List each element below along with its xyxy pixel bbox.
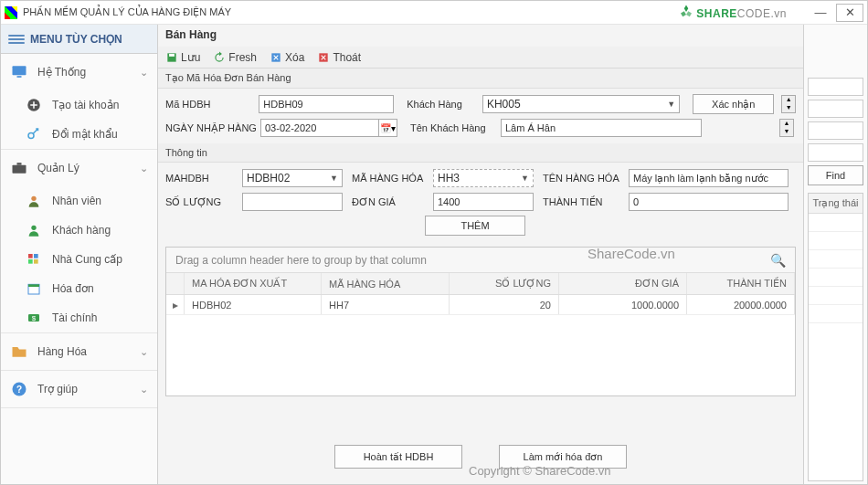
monitor-icon: [10, 63, 28, 81]
svg-rect-1: [17, 76, 22, 78]
section-info-label: Thông tin: [158, 143, 803, 163]
fresh-button[interactable]: Fresh: [213, 51, 257, 64]
select-khachhang[interactable]: KH005▼: [482, 95, 680, 113]
sidebar: MENU TÙY CHỌN Hệ Thống ⌄ Tạo tài khoản Đ…: [1, 25, 158, 485]
svg-point-7: [31, 226, 36, 230]
calendar-icon: [25, 279, 43, 298]
nav-group-goods[interactable]: Hàng Hóa ⌄: [1, 333, 157, 370]
save-icon: [165, 51, 178, 64]
table-row[interactable]: [809, 232, 863, 250]
svg-rect-13: [28, 284, 39, 287]
sidebar-item-create-account[interactable]: Tạo tài khoản: [1, 90, 157, 120]
sidebar-item-supplier[interactable]: Nhà Cung cấp: [1, 245, 157, 274]
footer-buttons: Hoàn tất HDBH Làm mới hóa đơn: [158, 445, 803, 469]
refresh-invoice-button[interactable]: Làm mới hóa đơn: [499, 445, 627, 469]
delete-button[interactable]: Xóa: [270, 51, 304, 64]
slot[interactable]: [808, 100, 863, 118]
status-table: Trạng thái: [808, 193, 863, 481]
content-area: Bán Hàng Lưu Fresh Xóa Thoát Tạo Mã Hóa …: [158, 25, 803, 485]
input-date[interactable]: [260, 119, 379, 137]
plus-circle-icon: [25, 96, 43, 114]
sidebar-item-invoice[interactable]: Hóa đơn: [1, 274, 157, 303]
spinner[interactable]: ▲▼: [779, 119, 794, 137]
svg-rect-9: [34, 254, 38, 258]
complete-button[interactable]: Hoàn tất HDBH: [334, 445, 462, 469]
input-soluong[interactable]: [242, 193, 343, 211]
grid-header: MA HÓA ĐƠN XUẤT MÃ HÀNG HÓA SỐ LƯỢNG ĐƠN…: [166, 273, 795, 295]
nav-group-system[interactable]: Hệ Thống ⌄: [1, 54, 157, 90]
grid-group-panel[interactable]: Drag a column header here to group by th…: [166, 248, 795, 273]
titlebar: PHẦN MỀM QUẢN LÝ CỦA HÀNG ĐIỆN MÁY SHARE…: [1, 1, 867, 25]
row-indicator-icon: ▸: [166, 295, 185, 314]
column-header[interactable]: THÀNH TIỀN: [687, 273, 795, 294]
save-button[interactable]: Lưu: [165, 51, 200, 64]
label-ngaynhap: NGÀY NHẬP HÀNG: [165, 122, 257, 134]
add-button[interactable]: THÊM: [425, 216, 525, 236]
svg-rect-5: [17, 163, 22, 165]
input-tenhang[interactable]: [629, 169, 789, 187]
search-icon[interactable]: 🔍: [770, 253, 786, 268]
column-header[interactable]: ĐƠN GIÁ: [559, 273, 687, 294]
grid-icon: [25, 250, 43, 269]
svg-rect-8: [28, 254, 33, 258]
table-row[interactable]: [809, 250, 863, 269]
brand-logo: SHARECODE.vn: [678, 4, 787, 21]
data-grid: Drag a column header here to group by th…: [165, 247, 796, 396]
status-header[interactable]: Trạng thái: [809, 194, 863, 214]
svg-rect-4: [13, 165, 26, 174]
label-tenkh: Tên Khách Hàng: [410, 122, 497, 133]
confirm-button[interactable]: Xác nhận: [693, 94, 774, 114]
svg-point-3: [28, 133, 34, 139]
chevron-down-icon: ▼: [326, 174, 338, 183]
minimize-button[interactable]: —: [807, 4, 834, 22]
svg-rect-19: [169, 53, 175, 56]
table-row[interactable]: [809, 305, 863, 323]
table-row[interactable]: [809, 269, 863, 287]
input-mahdbh[interactable]: [259, 95, 394, 113]
sidebar-header: MENU TÙY CHỌN: [1, 25, 157, 54]
input-dongia[interactable]: [433, 193, 534, 211]
input-tenkh[interactable]: [501, 119, 702, 137]
slot[interactable]: [808, 143, 863, 162]
label-khachhang: Khách Hàng: [407, 99, 479, 110]
select-mahdbh2[interactable]: HDBH02▼: [242, 169, 343, 187]
label-tenhang: TÊN HÀNG HÓA: [543, 173, 625, 184]
section-create-label: Tạo Mã Hóa Đơn Bán Hàng: [158, 69, 803, 89]
person-icon: [25, 192, 43, 210]
chevron-down-icon: ⌄: [140, 163, 148, 174]
column-header[interactable]: SỐ LƯỢNG: [450, 273, 559, 294]
sidebar-item-customer[interactable]: Khách hàng: [1, 216, 157, 245]
exit-button[interactable]: Thoát: [317, 51, 361, 64]
chevron-down-icon: ⌄: [140, 384, 148, 395]
chevron-down-icon: ▼: [517, 174, 529, 183]
svg-rect-11: [34, 259, 38, 264]
slot[interactable]: [808, 78, 863, 96]
close-button[interactable]: ✕: [836, 4, 863, 22]
nav-group-help[interactable]: ? Trợ giúp ⌄: [1, 371, 157, 407]
calendar-icon[interactable]: 📅▾: [379, 119, 397, 137]
nav-group-manage[interactable]: Quản Lý ⌄: [1, 150, 157, 186]
label-soluong: SỐ LƯỢNG: [165, 196, 238, 208]
window-title: PHẦN MỀM QUẢN LÝ CỦA HÀNG ĐIỆN MÁY: [23, 6, 231, 18]
spinner[interactable]: ▲▼: [781, 95, 796, 113]
label-thanhtien: THÀNH TIỀN: [543, 196, 625, 208]
table-row[interactable]: [809, 214, 863, 232]
column-header[interactable]: MA HÓA ĐƠN XUẤT: [185, 273, 322, 294]
table-row[interactable]: ▸ HDBH02 HH7 20 1000.0000 20000.0000: [166, 295, 795, 315]
find-button[interactable]: Find: [808, 165, 863, 185]
select-mahang[interactable]: HH3▼: [433, 169, 534, 187]
key-icon: [25, 125, 43, 143]
table-row[interactable]: [809, 287, 863, 305]
input-thanhtien[interactable]: [629, 193, 789, 211]
svg-text:?: ?: [16, 385, 22, 395]
right-panel: Find Trạng thái: [803, 25, 867, 485]
sidebar-item-change-password[interactable]: Đổi mật khẩu: [1, 120, 157, 149]
sidebar-item-finance[interactable]: $ Tài chính: [1, 303, 157, 332]
refresh-icon: [213, 51, 226, 64]
svg-rect-0: [13, 66, 26, 75]
app-icon: [5, 6, 17, 19]
label-mahdbh: Mã HDBH: [165, 99, 255, 110]
slot[interactable]: [808, 121, 863, 140]
column-header[interactable]: MÃ HÀNG HÓA: [322, 273, 450, 294]
sidebar-item-staff[interactable]: Nhân viên: [1, 186, 157, 216]
